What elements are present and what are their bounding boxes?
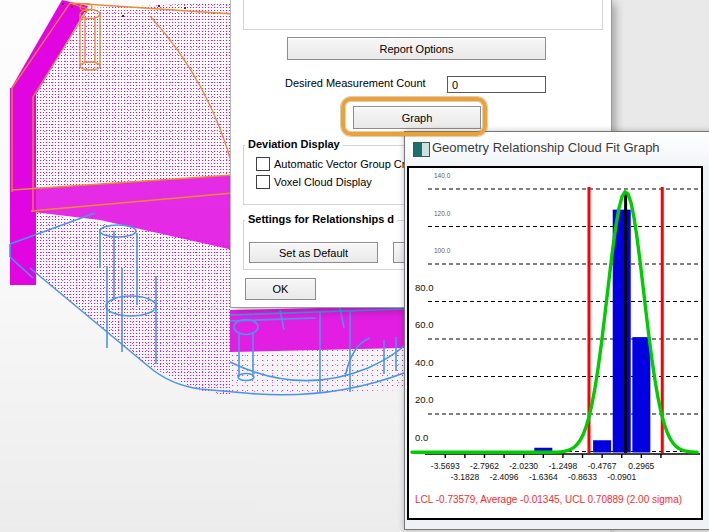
svg-text:-0.0901: -0.0901: [607, 472, 636, 482]
svg-text:120.0: 120.0: [434, 210, 451, 217]
report-options-button[interactable]: Report Options: [287, 37, 546, 60]
auto-vector-group-label: Automatic Vector Group Cre: [274, 158, 412, 170]
svg-text:0.0: 0.0: [415, 432, 428, 443]
app-screen: Report Options Desired Measurement Count…: [0, 0, 709, 532]
graph-window: Geometry Relationship Cloud Fit Graph 0.…: [404, 131, 709, 530]
svg-text:-2.4096: -2.4096: [490, 472, 519, 482]
svg-text:-0.4767: -0.4767: [588, 461, 617, 471]
settings-groupbox-title: Settings for Relationships d: [245, 213, 397, 225]
ok-button[interactable]: OK: [245, 278, 316, 300]
voxel-cloud-checkbox[interactable]: [256, 175, 270, 189]
measurement-count-input[interactable]: [447, 76, 546, 93]
top-groupbox: [243, 0, 603, 30]
svg-text:-1.2498: -1.2498: [548, 461, 577, 471]
svg-text:60.0: 60.0: [415, 319, 434, 330]
svg-text:-0.8633: -0.8633: [568, 472, 597, 482]
cloud-fit-chart: 0.020.040.060.080.0100.0120.0140.0-3.569…: [407, 166, 703, 520]
measurement-count-label: Desired Measurement Count: [285, 77, 426, 89]
svg-text:-3.5693: -3.5693: [431, 461, 460, 471]
svg-text:80.0: 80.0: [415, 282, 434, 293]
svg-text:0.2965: 0.2965: [628, 461, 654, 471]
svg-text:40.0: 40.0: [415, 357, 434, 368]
svg-text:-2.0230: -2.0230: [509, 461, 538, 471]
graph-window-titlebar[interactable]: Geometry Relationship Cloud Fit Graph: [405, 132, 709, 165]
voxel-cloud-label: Voxel Cloud Display: [274, 176, 372, 188]
histogram-plot: 0.020.040.060.080.0100.0120.0140.0-3.569…: [409, 168, 701, 518]
svg-text:100.0: 100.0: [434, 247, 451, 254]
deviation-display-title: Deviation Display: [245, 138, 343, 150]
orange-cad-edges: [12, 3, 234, 212]
svg-text:-3.1828: -3.1828: [450, 472, 479, 482]
control-limits-annotation: LCL -0.73579, Average -0.01345, UCL 0.70…: [415, 494, 701, 505]
svg-text:-2.7962: -2.7962: [470, 461, 499, 471]
graph-window-icon: [413, 142, 430, 157]
auto-vector-group-checkbox[interactable]: [256, 157, 270, 171]
graph-window-title: Geometry Relationship Cloud Fit Graph: [432, 140, 660, 155]
graph-callout-ring: [341, 97, 487, 136]
set-as-default-button[interactable]: Set as Default: [249, 242, 378, 263]
svg-text:20.0: 20.0: [415, 394, 434, 405]
svg-text:140.0: 140.0: [434, 172, 451, 179]
svg-text:-1.6364: -1.6364: [529, 472, 558, 482]
